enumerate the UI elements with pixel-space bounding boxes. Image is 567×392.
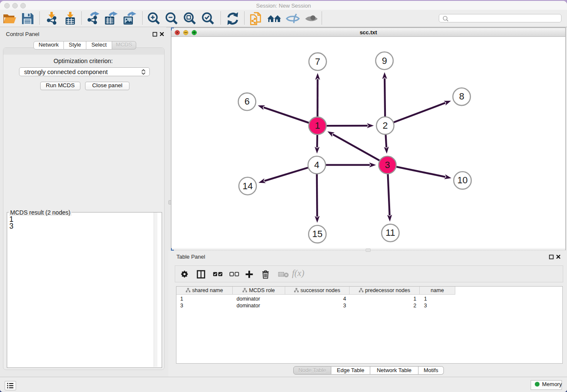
svg-text:9: 9	[382, 55, 387, 66]
svg-text:7: 7	[315, 56, 320, 67]
svg-text:8: 8	[459, 91, 464, 102]
svg-text:4: 4	[314, 160, 319, 170]
svg-text:15: 15	[312, 229, 322, 239]
svg-text:11: 11	[385, 227, 395, 238]
svg-text:2: 2	[383, 120, 388, 131]
svg-text:10: 10	[457, 175, 468, 185]
svg-text:14: 14	[242, 181, 253, 191]
svg-text:3: 3	[385, 160, 390, 170]
svg-text:6: 6	[245, 96, 250, 107]
svg-text:1: 1	[315, 120, 320, 131]
